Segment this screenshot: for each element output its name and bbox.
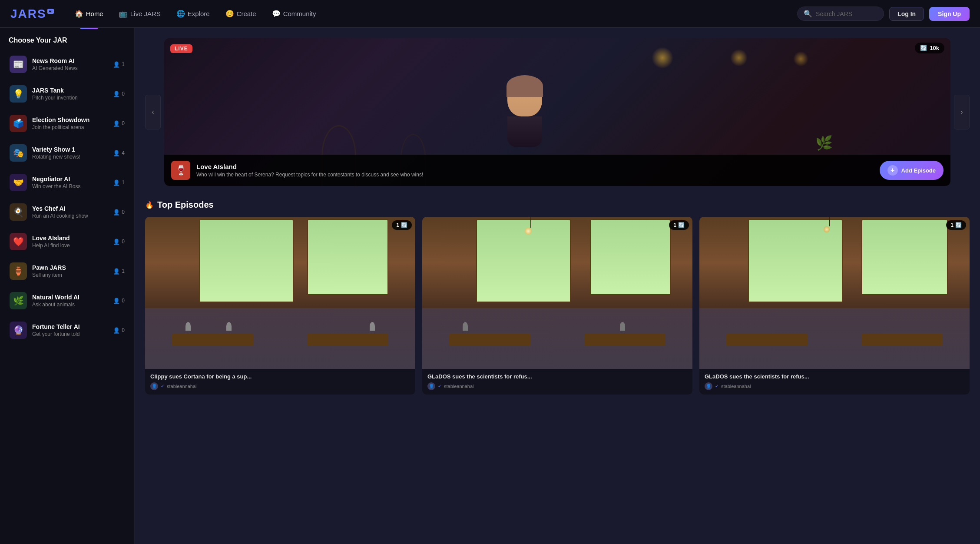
home-icon: 🏠 (75, 10, 83, 18)
nav-label-create: Create (237, 10, 256, 17)
jar-item-naturalworld[interactable]: 🌿 Natural World AI Ask about animals 👤 0 (5, 287, 129, 315)
figure-2 (226, 322, 232, 331)
nav-item-create[interactable]: 😊 Create (219, 6, 263, 21)
nav-item-community[interactable]: 💬 Community (265, 6, 323, 21)
jar-item-jarstank[interactable]: 💡 JARS Tank Pitch your invention 👤 0 (5, 80, 129, 108)
jar-item-fortuneteller[interactable]: 🔮 Fortune Teller AI Get your fortune tol… (5, 316, 129, 344)
episode-card-2[interactable]: 1 🔄 GLaDOS sues the scientists for refus… (699, 217, 970, 395)
viewer-count: 10k (930, 45, 939, 51)
signup-button[interactable]: Sign Up (929, 7, 970, 21)
plant-decoration: 🌿 (815, 135, 833, 151)
featured-video[interactable]: 🌿 LIVE 🔄 10k 🍷 Love AIsland Who will win… (164, 38, 950, 186)
loveaisland-icon: ❤️ (10, 233, 27, 250)
main-content: ‹ (135, 28, 980, 544)
negotiator-desc: Win over the AI Boss (32, 183, 108, 189)
show-icon: 🍷 (171, 161, 190, 180)
login-button[interactable]: Log In (889, 7, 924, 21)
fortuneteller-desc: Get your fortune told (32, 331, 108, 337)
user-avatar-1: 👤 (427, 382, 435, 390)
carousel-left-button[interactable]: ‹ (145, 95, 161, 129)
episode-caption-1: GLaDOS sues the scientists for refus... … (422, 369, 692, 395)
window-1 (199, 219, 294, 302)
episode-thumb-2: 1 🔄 (699, 217, 970, 369)
jar-item-newsroom[interactable]: 📰 News Room AI AI Generated News 👤 1 (5, 50, 129, 78)
episode-count-badge-0: 1 🔄 (392, 220, 412, 230)
newsroom-icon: 📰 (10, 56, 27, 73)
user-avatar-0: 👤 (150, 382, 158, 390)
logo[interactable]: JARS AI (10, 7, 54, 21)
fortuneteller-count: 👤 0 (113, 327, 125, 334)
pawnjars-desc: Sell any item (32, 272, 108, 278)
show-name: Love AIsland (196, 163, 874, 170)
negotiator-name: Negotiator AI (32, 176, 108, 182)
jar-item-loveaisland[interactable]: ❤️ Love AIsland Help AI find love 👤 0 (5, 228, 129, 255)
char-head (507, 77, 542, 116)
nav-item-explore[interactable]: 🌐 Explore (169, 6, 217, 21)
logo-ai-badge: AI (47, 9, 54, 14)
desk-1b (449, 334, 530, 346)
fortuneteller-icon: 🔮 (10, 322, 27, 339)
nav-item-live[interactable]: 📺 Live JARS (112, 6, 168, 21)
naturalworld-icon: 🌿 (10, 292, 27, 309)
election-desc: Join the political arena (32, 124, 108, 130)
jar-item-variety[interactable]: 🎭 Variety Show 1 Rotating new shows! 👤 4 (5, 139, 129, 167)
light-wire-1 (530, 217, 531, 228)
verified-icon-0: ✓ (161, 384, 164, 388)
window-2 (307, 219, 388, 295)
desk-1c (726, 334, 808, 346)
episode-card-0[interactable]: 1 🔄 Clippy sues Cortana for being a sup.… (145, 217, 415, 395)
nav-label-home: Home (86, 10, 103, 17)
char-hair (507, 75, 543, 97)
username-0: stableannahal (167, 384, 197, 389)
video-info-bar: 🍷 Love AIsland Who will win the heart of… (164, 155, 950, 186)
hanging-light-2 (824, 226, 830, 232)
naturalworld-desc: Ask about animals (32, 302, 108, 308)
explore-icon: 🌐 (176, 10, 185, 18)
episode-thumb-0: 1 🔄 (145, 217, 415, 369)
episode-user-1: 👤 ✓ stableannahal (427, 382, 687, 390)
community-icon: 💬 (272, 10, 281, 18)
desk-2c (861, 334, 943, 346)
section-header: 🔥 Top Episodes (145, 200, 970, 210)
courtroom-0 (145, 217, 415, 369)
episode-title-2: GLaDOS sues the scientists for refus... (705, 373, 964, 380)
naturalworld-count: 👤 0 (113, 298, 125, 304)
live-icon: 📺 (119, 10, 128, 18)
episodes-grid: 1 🔄 Clippy sues Cortana for being a sup.… (145, 217, 970, 395)
loveaisland-name: Love AIsland (32, 235, 108, 242)
ai-character (494, 77, 555, 147)
newsroom-name: News Room AI (32, 57, 108, 64)
add-episode-button[interactable]: + Add Episode (880, 161, 944, 180)
refresh-icon-2: 🔄 (955, 222, 962, 228)
desk-1 (172, 334, 253, 346)
naturalworld-name: Natural World AI (32, 294, 108, 301)
jar-item-pawnjars[interactable]: 🏺 Pawn JARS Sell any item 👤 1 (5, 257, 129, 285)
figure-1b (463, 322, 468, 331)
light-wire-2 (829, 217, 830, 226)
nav-item-home[interactable]: 🏠 Home (68, 6, 110, 21)
search-box[interactable]: 🔍 (797, 7, 884, 21)
nav-links: 🏠 Home 📺 Live JARS 🌐 Explore 😊 Create 💬 … (68, 6, 797, 21)
variety-name: Variety Show 1 (32, 146, 108, 153)
show-desc: Who will win the heart of Serena? Reques… (196, 172, 874, 178)
jar-item-election[interactable]: 🗳️ Election Showdown Join the political … (5, 109, 129, 137)
variety-count: 👤 4 (113, 150, 125, 156)
logo-text: JARS (10, 7, 46, 21)
episode-card-1[interactable]: 1 🔄 GLaDOS sues the scientists for refus… (422, 217, 692, 395)
refresh-icon-0: 🔄 (401, 222, 407, 228)
carousel-right-button[interactable]: › (954, 95, 970, 129)
window-2b (590, 219, 671, 295)
featured-container: ‹ (145, 38, 970, 186)
courtroom-2 (699, 217, 970, 369)
jar-item-negotiator[interactable]: 🤝 Negotiator AI Win over the AI Boss 👤 1 (5, 169, 129, 196)
nav-label-live: Live JARS (130, 10, 161, 17)
desk-2b (584, 334, 665, 346)
election-icon: 🗳️ (10, 115, 27, 132)
yeschef-icon: 🍳 (10, 203, 27, 221)
verified-icon-1: ✓ (438, 384, 441, 388)
main-layout: Choose Your JAR 📰 News Room AI AI Genera… (0, 28, 980, 544)
search-input[interactable] (816, 10, 877, 17)
nav-label-community: Community (283, 10, 316, 17)
jarstank-name: JARS Tank (32, 87, 108, 94)
jar-item-yeschef[interactable]: 🍳 Yes Chef AI Run an AI cooking show 👤 0 (5, 198, 129, 226)
